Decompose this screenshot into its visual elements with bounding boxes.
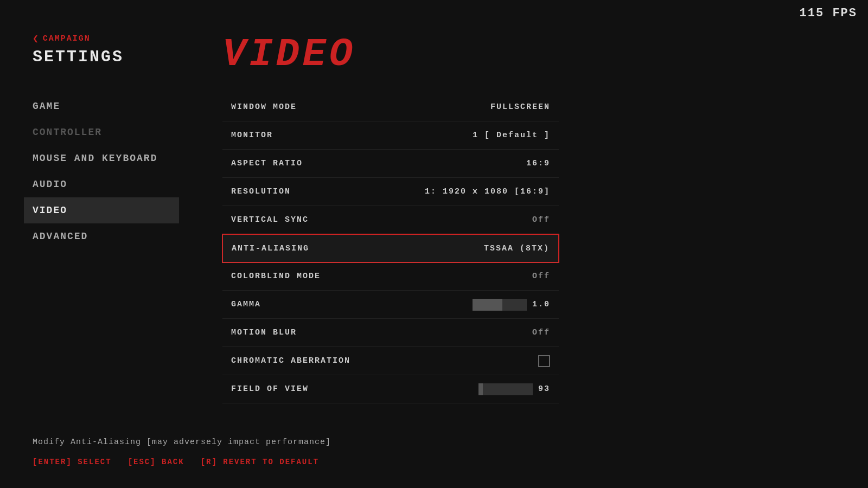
- setting-label-gamma: GAMMA: [231, 300, 261, 309]
- setting-label-aspect-ratio: ASPECT RATIO: [231, 159, 303, 168]
- gamma-slider-container[interactable]: 1.0: [473, 299, 550, 311]
- setting-label-vertical-sync: VERTICAL SYNC: [231, 215, 309, 224]
- setting-row-colorblind-mode[interactable]: COLORBLIND MODE Off: [222, 262, 559, 291]
- setting-value-gamma: 1.0: [532, 300, 550, 309]
- setting-row-gamma[interactable]: GAMMA 1.0: [222, 291, 559, 319]
- setting-row-aspect-ratio[interactable]: ASPECT RATIO 16:9: [222, 150, 559, 178]
- fov-slider-fill: [478, 383, 483, 395]
- section-title: VIDEO: [222, 33, 841, 77]
- fov-slider-container[interactable]: 93: [478, 383, 550, 395]
- setting-row-anti-aliasing[interactable]: ANTI-ALIASING TSSAA (8TX): [222, 234, 559, 262]
- setting-row-vertical-sync[interactable]: VERTICAL SYNC Off: [222, 206, 559, 234]
- setting-label-anti-aliasing: ANTI-ALIASING: [232, 244, 309, 253]
- setting-label-colorblind-mode: COLORBLIND MODE: [231, 272, 321, 281]
- chromatic-aberration-checkbox[interactable]: [538, 355, 550, 367]
- nav-menu: GAME CONTROLLER MOUSE AND KEYBOARD AUDIO…: [33, 93, 179, 249]
- setting-label-resolution: RESOLUTION: [231, 187, 291, 196]
- setting-value-anti-aliasing: TSSAA (8TX): [484, 244, 550, 253]
- setting-value-monitor: 1 [ Default ]: [473, 131, 550, 140]
- sidebar-item-mouse-keyboard[interactable]: MOUSE AND KEYBOARD: [33, 145, 179, 171]
- setting-value-vertical-sync: Off: [532, 215, 550, 224]
- sidebar-item-audio[interactable]: AUDIO: [33, 171, 179, 197]
- setting-value-resolution: 1: 1920 x 1080 [16:9]: [425, 187, 550, 196]
- campaign-label[interactable]: CAMPAIGN: [43, 34, 91, 43]
- sidebar-item-video[interactable]: VIDEO: [24, 197, 179, 223]
- sidebar-item-controller: CONTROLLER: [33, 119, 179, 145]
- gamma-slider-track[interactable]: [473, 299, 527, 311]
- control-esc-back[interactable]: [ESC] BACK: [128, 458, 184, 466]
- settings-list: WINDOW MODE FULLSCREEN MONITOR 1 [ Defau…: [222, 93, 559, 403]
- setting-label-monitor: MONITOR: [231, 131, 273, 140]
- setting-row-monitor[interactable]: MONITOR 1 [ Default ]: [222, 121, 559, 150]
- sidebar-item-game[interactable]: GAME: [33, 93, 179, 119]
- control-enter-select[interactable]: [ENTER] SELECT: [33, 458, 112, 466]
- setting-label-motion-blur: MOTION BLUR: [231, 328, 297, 337]
- bottom-bar: Modify Anti-Aliasing [may adversely impa…: [0, 421, 868, 488]
- back-arrow-icon[interactable]: ❮: [33, 33, 39, 44]
- sidebar-item-advanced[interactable]: ADVANCED: [33, 223, 179, 249]
- setting-value-window-mode: FULLSCREEN: [490, 102, 550, 112]
- settings-title: SETTINGS: [33, 48, 179, 66]
- gamma-slider-fill: [473, 299, 502, 311]
- setting-label-chromatic-aberration: CHROMATIC ABERRATION: [231, 356, 350, 365]
- main-content: VIDEO WINDOW MODE FULLSCREEN MONITOR 1 […: [206, 0, 868, 488]
- hint-text: Modify Anti-Aliasing [may adversely impa…: [33, 438, 835, 447]
- setting-row-resolution[interactable]: RESOLUTION 1: 1920 x 1080 [16:9]: [222, 178, 559, 206]
- setting-label-window-mode: WINDOW MODE: [231, 102, 297, 112]
- controls-bar: [ENTER] SELECT [ESC] BACK [R] REVERT TO …: [33, 458, 835, 466]
- setting-value-aspect-ratio: 16:9: [526, 159, 550, 168]
- breadcrumb: ❮ CAMPAIGN: [33, 33, 179, 44]
- setting-label-field-of-view: FIELD OF VIEW: [231, 384, 309, 394]
- fov-slider-track[interactable]: [478, 383, 533, 395]
- setting-value-colorblind-mode: Off: [532, 272, 550, 281]
- setting-row-motion-blur[interactable]: MOTION BLUR Off: [222, 319, 559, 347]
- setting-value-field-of-view: 93: [538, 384, 550, 394]
- setting-row-chromatic-aberration[interactable]: CHROMATIC ABERRATION: [222, 347, 559, 375]
- setting-row-field-of-view[interactable]: FIELD OF VIEW 93: [222, 375, 559, 403]
- setting-row-window-mode[interactable]: WINDOW MODE FULLSCREEN: [222, 93, 559, 121]
- control-r-revert[interactable]: [R] REVERT TO DEFAULT: [201, 458, 319, 466]
- sidebar: ❮ CAMPAIGN SETTINGS GAME CONTROLLER MOUS…: [0, 0, 206, 488]
- setting-value-motion-blur: Off: [532, 328, 550, 337]
